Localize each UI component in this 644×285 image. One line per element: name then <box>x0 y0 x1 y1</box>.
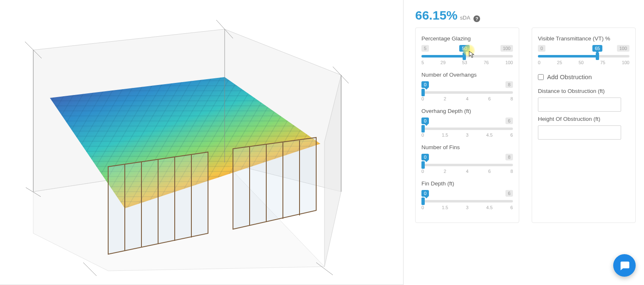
tick: 8 <box>510 96 513 101</box>
tick: 4 <box>466 96 468 101</box>
height-input[interactable] <box>538 125 621 140</box>
vt-slider[interactable]: 0 65 100 0 25 50 75 <box>538 45 629 67</box>
tick: 1.5 <box>442 205 448 210</box>
tick: 4.5 <box>486 205 493 210</box>
glazing-slider[interactable]: 5 50 100 5 <box>421 45 513 67</box>
add-obstruction-label: Add Obstruction <box>547 73 592 80</box>
tick: 6 <box>510 205 513 210</box>
overhangs-slider[interactable]: 0 8 0 2 4 6 8 <box>421 81 513 103</box>
tick: 0 <box>421 169 424 174</box>
add-obstruction-checkbox[interactable] <box>538 74 544 80</box>
add-obstruction-row: Add Obstruction <box>538 73 629 80</box>
distance-label: Distance to Obstruction (ft) <box>538 88 629 94</box>
tick: 0 <box>421 205 424 210</box>
overhangs-value-bubble: 0 <box>421 81 429 88</box>
tick: 2 <box>443 96 446 101</box>
tick: 76 <box>484 60 489 65</box>
svg-marker-12 <box>233 138 316 229</box>
fins-value-bubble: 0 <box>421 154 429 160</box>
overhangs-label: Number of Overhangs <box>421 72 513 78</box>
vt-max: 100 <box>617 45 629 52</box>
tick: 1.5 <box>442 132 448 138</box>
glazing-shading-panel: Percentage Glazing 5 50 100 <box>415 28 519 223</box>
fin-depth-slider[interactable]: 0 6 0 1.5 3 4.5 6 <box>421 190 513 212</box>
tick: 100 <box>622 60 629 65</box>
tick: 6 <box>510 132 513 138</box>
tick: 8 <box>510 169 513 174</box>
tick: 53 <box>462 60 467 65</box>
tick: 0 <box>421 132 424 138</box>
fins-max: 8 <box>505 154 513 160</box>
tick: 75 <box>600 60 605 65</box>
glazing-max: 100 <box>500 45 513 52</box>
fin-depth-label: Fin Depth (ft) <box>421 180 513 187</box>
tick: 3 <box>466 205 468 210</box>
overhang-depth-slider[interactable]: 0 6 0 1.5 3 4.5 6 <box>421 118 513 139</box>
fin-depth-value-bubble: 0 <box>421 190 429 197</box>
tick: 25 <box>557 60 562 65</box>
transmittance-obstruction-panel: Visible Transmittance (VT) % 0 65 100 <box>532 28 636 223</box>
vt-control: Visible Transmittance (VT) % 0 65 100 <box>538 34 629 67</box>
controls-sidebar: 66.15% sDA ? Percentage Glazing 5 50 100 <box>404 0 644 285</box>
vt-min: 0 <box>538 45 545 52</box>
vt-value-bubble: 65 <box>592 45 602 52</box>
glazing-value-bubble: 50 <box>459 45 469 52</box>
chat-icon <box>619 260 630 271</box>
fins-label: Number of Fins <box>421 144 513 150</box>
overhang-depth-control: Overhang Depth (ft) 0 6 0 1.5 <box>421 106 513 139</box>
fin-depth-max: 6 <box>505 190 513 197</box>
tick: 0 <box>421 96 424 101</box>
vt-label: Visible Transmittance (VT) % <box>538 35 629 42</box>
overhang-depth-max: 6 <box>505 118 513 124</box>
glazing-control: Percentage Glazing 5 50 100 <box>421 34 513 67</box>
chat-button[interactable] <box>613 254 636 277</box>
fins-control: Number of Fins 0 8 0 2 4 <box>421 142 513 175</box>
sda-headline: 66.15% sDA ? <box>415 8 636 22</box>
overhang-depth-value-bubble: 0 <box>421 118 429 124</box>
svg-line-21 <box>83 262 97 276</box>
tick: 6 <box>488 169 490 174</box>
sda-value: 66.15% <box>415 8 458 22</box>
viewport-3d[interactable] <box>0 0 404 285</box>
glazing-min: 5 <box>421 45 429 52</box>
glazing-label: Percentage Glazing <box>421 35 513 42</box>
overhang-depth-label: Overhang Depth (ft) <box>421 108 513 114</box>
tick: 5 <box>421 60 424 65</box>
tick: 100 <box>505 60 513 65</box>
tick: 4 <box>466 169 468 174</box>
tick: 6 <box>488 96 490 101</box>
tick: 50 <box>579 60 584 65</box>
distance-input[interactable] <box>538 98 621 112</box>
info-icon[interactable]: ? <box>473 15 480 22</box>
tick: 4.5 <box>486 132 493 138</box>
height-label: Height Of Obstruction (ft) <box>538 116 629 122</box>
tick: 0 <box>538 60 540 65</box>
overhangs-control: Number of Overhangs 0 8 0 2 <box>421 70 513 103</box>
sda-unit-label: sDA <box>460 15 471 21</box>
overhangs-max: 8 <box>505 81 513 88</box>
fin-depth-control: Fin Depth (ft) 0 6 0 1.5 <box>421 179 513 212</box>
tick: 29 <box>441 60 446 65</box>
tick: 2 <box>443 169 446 174</box>
fins-slider[interactable]: 0 8 0 2 4 6 8 <box>421 154 513 175</box>
tick: 3 <box>466 132 468 138</box>
